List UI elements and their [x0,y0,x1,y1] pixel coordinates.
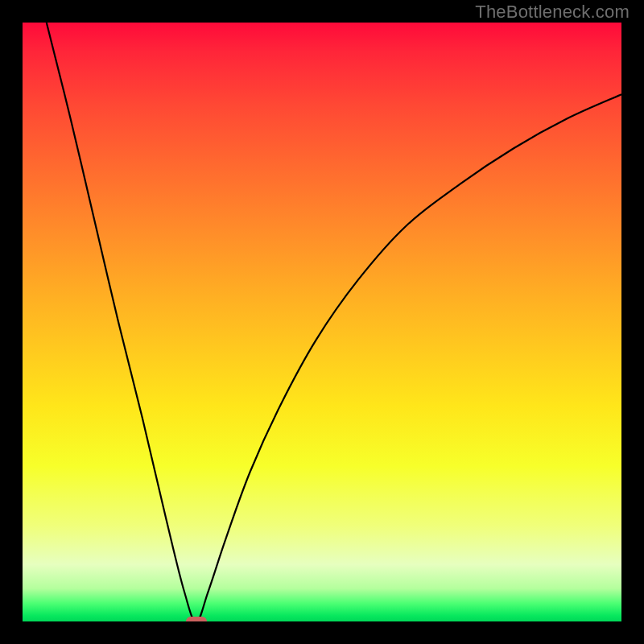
minimum-marker [186,617,207,621]
curve-path [47,23,621,621]
curve-layer [23,23,621,621]
watermark-text: TheBottleneck.com [475,2,630,23]
plot-area [23,23,621,621]
